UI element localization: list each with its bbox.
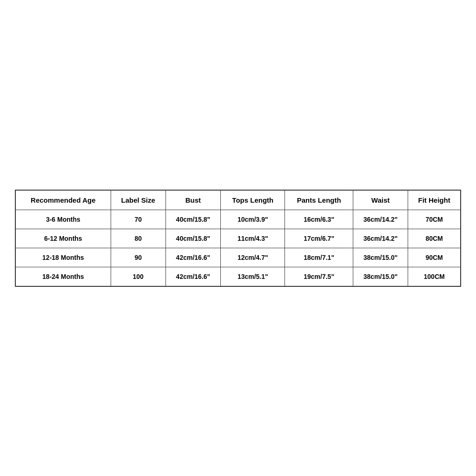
cell-age: 12-18 Months — [15, 248, 111, 267]
header-pants-length: Pants Length — [285, 190, 353, 210]
cell-bust: 42cm/16.6" — [165, 267, 220, 286]
cell-pants-length: 18cm/7.1" — [285, 248, 353, 267]
cell-tops-length: 10cm/3.9" — [221, 210, 285, 229]
table-header-row: Recommended Age Label Size Bust Tops Len… — [15, 190, 461, 210]
cell-tops-length: 11cm/4.3" — [221, 229, 285, 248]
header-fit-height: Fit Height — [408, 190, 461, 210]
cell-fit-height: 90CM — [408, 248, 461, 267]
cell-label-size: 90 — [111, 248, 165, 267]
size-chart-table: Recommended Age Label Size Bust Tops Len… — [15, 190, 461, 287]
cell-waist: 36cm/14.2" — [353, 210, 408, 229]
cell-fit-height: 80CM — [408, 229, 461, 248]
cell-pants-length: 17cm/6.7" — [285, 229, 353, 248]
cell-bust: 42cm/16.6" — [165, 248, 220, 267]
header-tops-length: Tops Length — [221, 190, 285, 210]
cell-bust: 40cm/15.8" — [165, 229, 220, 248]
cell-pants-length: 19cm/7.5" — [285, 267, 353, 286]
cell-waist: 36cm/14.2" — [353, 229, 408, 248]
cell-label-size: 70 — [111, 210, 165, 229]
header-recommended-age: Recommended Age — [15, 190, 111, 210]
header-waist: Waist — [353, 190, 408, 210]
cell-age: 6-12 Months — [15, 229, 111, 248]
cell-pants-length: 16cm/6.3" — [285, 210, 353, 229]
table-row: 18-24 Months10042cm/16.6"13cm/5.1"19cm/7… — [15, 267, 461, 286]
size-chart-container: Recommended Age Label Size Bust Tops Len… — [15, 190, 461, 287]
cell-bust: 40cm/15.8" — [165, 210, 220, 229]
cell-tops-length: 13cm/5.1" — [221, 267, 285, 286]
table-row: 6-12 Months8040cm/15.8"11cm/4.3"17cm/6.7… — [15, 229, 461, 248]
cell-fit-height: 70CM — [408, 210, 461, 229]
cell-label-size: 100 — [111, 267, 165, 286]
cell-label-size: 80 — [111, 229, 165, 248]
cell-age: 18-24 Months — [15, 267, 111, 286]
page-wrapper: Recommended Age Label Size Bust Tops Len… — [0, 0, 476, 476]
cell-waist: 38cm/15.0" — [353, 267, 408, 286]
cell-tops-length: 12cm/4.7" — [221, 248, 285, 267]
cell-fit-height: 100CM — [408, 267, 461, 286]
cell-age: 3-6 Months — [15, 210, 111, 229]
table-row: 3-6 Months7040cm/15.8"10cm/3.9"16cm/6.3"… — [15, 210, 461, 229]
table-row: 12-18 Months9042cm/16.6"12cm/4.7"18cm/7.… — [15, 248, 461, 267]
header-label-size: Label Size — [111, 190, 165, 210]
cell-waist: 38cm/15.0" — [353, 248, 408, 267]
header-bust: Bust — [165, 190, 220, 210]
